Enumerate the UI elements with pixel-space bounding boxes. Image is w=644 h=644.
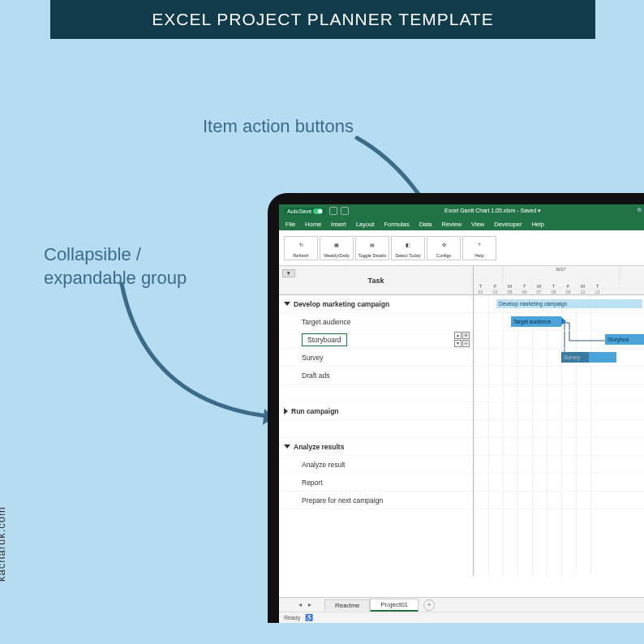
window-filename: Excel Gantt Chart 1.05.xlsm - Saved ▾ bbox=[352, 208, 633, 214]
gantt-row bbox=[474, 474, 644, 492]
excel-titlebar: AutoSave Excel Gantt Chart 1.05.xlsm - S… bbox=[279, 204, 644, 217]
page-title-bar: EXCEL PROJECT PLANNER TEMPLATE bbox=[50, 0, 595, 39]
gantt-row bbox=[474, 438, 644, 456]
task-label: Target audience bbox=[302, 318, 351, 326]
bar-arrow-icon bbox=[561, 317, 566, 325]
gantt-row: Survey bbox=[474, 349, 644, 367]
task-row-child[interactable]: Target audience bbox=[279, 313, 473, 331]
menu-review[interactable]: Review bbox=[442, 221, 462, 228]
addin-configs-label: Configs bbox=[436, 253, 452, 258]
menu-data[interactable]: Data bbox=[419, 221, 432, 228]
grid-icon: ▤ bbox=[364, 238, 380, 251]
gear-icon: ⚙ bbox=[436, 238, 452, 251]
date-header: 07 bbox=[532, 290, 547, 294]
menu-layout[interactable]: Layout bbox=[356, 221, 375, 228]
addin-weekly-daily[interactable]: ▦ Weekly/Daily bbox=[320, 236, 354, 260]
task-row-child[interactable]: Draft ads bbox=[279, 367, 473, 384]
help-icon: ? bbox=[471, 238, 487, 251]
sheet-tab-project01[interactable]: Project01 bbox=[370, 599, 419, 612]
task-row-child[interactable]: Storyboard▴⊕▾⊖ bbox=[279, 331, 473, 349]
ribbon-tabs: File Home Insert Layout Formulas Data Re… bbox=[279, 217, 644, 230]
addin-toggle-details[interactable]: ▤ Toggle Details bbox=[355, 236, 389, 260]
qat-button-2[interactable] bbox=[341, 207, 349, 215]
grid-area: Develop marketing campaignTarget audienc… bbox=[279, 295, 644, 576]
gantt-row bbox=[474, 402, 644, 420]
status-bar: Ready ♿ bbox=[279, 612, 644, 623]
watermark: kacharuk.com bbox=[0, 506, 7, 582]
task-row-parent[interactable]: Develop marketing campaign bbox=[279, 295, 473, 313]
addin-help[interactable]: ? Help bbox=[462, 236, 496, 260]
task-label: Analyze results bbox=[294, 443, 344, 451]
search-icon[interactable]: 🔍 bbox=[637, 208, 644, 214]
addin-toggle-label: Toggle Details bbox=[358, 253, 387, 258]
autosave-label: AutoSave bbox=[287, 208, 311, 214]
timeline-header: ▾ Task W27 TFMTWTFMT 010205060708091213 bbox=[279, 266, 644, 295]
remove-button[interactable]: ⊖ bbox=[462, 340, 470, 347]
item-action-buttons: ▴⊕▾⊖ bbox=[454, 332, 470, 347]
task-row-parent[interactable]: Run campaign bbox=[279, 402, 473, 420]
task-row-child[interactable]: Analyze result bbox=[279, 456, 473, 474]
addin-refresh[interactable]: ↻ Refresh bbox=[284, 236, 318, 260]
chevron-down-icon[interactable] bbox=[284, 302, 290, 306]
task-row-parent[interactable]: Analyze results bbox=[279, 438, 473, 456]
menu-view[interactable]: View bbox=[471, 221, 484, 228]
add-button[interactable]: ⊕ bbox=[462, 332, 470, 339]
addin-select-today[interactable]: ◧ Select Today bbox=[391, 236, 425, 260]
gantt-bar[interactable]: Develop marketing campaign bbox=[496, 299, 642, 308]
gantt-bar[interactable]: Target audience bbox=[511, 316, 561, 327]
annotation-item-actions: Item action buttons bbox=[203, 115, 354, 139]
gantt-row bbox=[474, 420, 644, 438]
qat-button-1[interactable] bbox=[329, 207, 337, 215]
task-row-child[interactable]: Prepare for next campaign bbox=[279, 492, 473, 509]
gantt-bar[interactable]: Survey bbox=[561, 352, 616, 363]
progress-fill bbox=[561, 352, 589, 363]
refresh-icon: ↻ bbox=[293, 238, 309, 251]
page-title: EXCEL PROJECT PLANNER TEMPLATE bbox=[152, 10, 493, 29]
gantt-row bbox=[474, 456, 644, 474]
sheet-nav-prev[interactable]: ◂ bbox=[295, 601, 305, 608]
gantt-row: Storyboa bbox=[474, 331, 644, 349]
calendar-icon: ▦ bbox=[328, 238, 345, 251]
status-text: Ready bbox=[284, 615, 300, 620]
chevron-down-icon[interactable] bbox=[284, 444, 290, 449]
task-row-child[interactable]: Survey bbox=[279, 349, 473, 367]
task-row-spacer bbox=[279, 420, 473, 438]
menu-developer[interactable]: Developer bbox=[494, 221, 522, 228]
date-header: 13 bbox=[590, 290, 605, 294]
task-label: Prepare for next campaign bbox=[302, 496, 383, 504]
laptop-mockup: AutoSave Excel Gantt Chart 1.05.xlsm - S… bbox=[268, 193, 644, 623]
column-filter-caret[interactable]: ▾ bbox=[282, 269, 295, 277]
timeline-columns: W27 TFMTWTFMT 010205060708091213 bbox=[474, 266, 644, 294]
task-label: Develop marketing campaign bbox=[294, 300, 389, 308]
sheet-tab-readme[interactable]: Readme bbox=[324, 599, 370, 611]
accessibility-icon: ♿ bbox=[305, 614, 313, 621]
date-header: 08 bbox=[547, 290, 561, 294]
gantt-row bbox=[474, 367, 644, 384]
task-header-label: Task bbox=[368, 277, 384, 285]
autosave-toggle[interactable]: AutoSave bbox=[284, 208, 326, 215]
task-label: Report bbox=[302, 479, 323, 487]
menu-insert[interactable]: Insert bbox=[331, 221, 346, 228]
task-column-header: ▾ Task bbox=[279, 266, 474, 294]
chevron-right-icon[interactable] bbox=[284, 408, 288, 414]
menu-file[interactable]: File bbox=[286, 221, 295, 228]
addin-help-label: Help bbox=[474, 253, 483, 258]
date-header: 09 bbox=[561, 290, 576, 294]
sheet-tab-add[interactable]: + bbox=[423, 599, 435, 611]
sheet-tab-bar: ◂ ▸ Readme Project01 + bbox=[279, 597, 644, 612]
toggle-on-icon bbox=[313, 208, 323, 214]
move-down-button[interactable]: ▾ bbox=[454, 340, 462, 347]
sheet-nav-next[interactable]: ▸ bbox=[305, 601, 315, 608]
task-label: Survey bbox=[302, 354, 323, 362]
addin-configs[interactable]: ⚙ Configs bbox=[427, 236, 461, 260]
menu-home[interactable]: Home bbox=[305, 221, 321, 228]
menu-formulas[interactable]: Formulas bbox=[384, 221, 409, 228]
date-header: 02 bbox=[488, 290, 503, 294]
date-header: 12 bbox=[576, 290, 590, 294]
gantt-bar[interactable]: Storyboa bbox=[605, 334, 644, 345]
date-header: 06 bbox=[517, 290, 532, 294]
task-row-child[interactable]: Report bbox=[279, 474, 473, 492]
task-label: Draft ads bbox=[302, 371, 330, 380]
move-up-button[interactable]: ▴ bbox=[454, 332, 462, 339]
menu-help[interactable]: Help bbox=[531, 221, 543, 228]
